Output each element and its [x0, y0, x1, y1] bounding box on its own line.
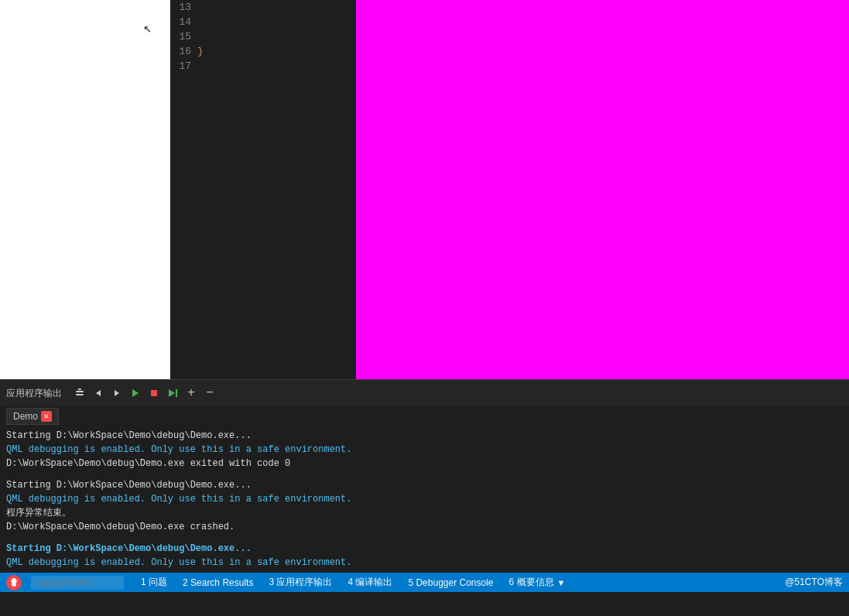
debug-run-icon[interactable]: [166, 386, 180, 400]
status-tab-summary[interactable]: 6 概要信息 ▼: [502, 573, 573, 592]
svg-marker-7: [169, 389, 175, 397]
main-area: ↖ 13 14 15 16 17 }: [0, 0, 849, 379]
minus-icon[interactable]: −: [203, 386, 217, 400]
status-brand: @51CTO博客: [785, 576, 843, 589]
bottom-panel: 应用程序输出: [0, 379, 849, 573]
console-line-2: QML debugging is enabled. Only use this …: [6, 443, 843, 457]
panel-toolbar: 应用程序输出: [0, 379, 849, 406]
console-line-3: D:\WorkSpace\Demo\debug\Demo.exe exited …: [6, 457, 843, 471]
svg-rect-6: [151, 390, 157, 396]
tab-debugger-console-label: 5 Debugger Console: [408, 577, 493, 588]
stop-icon[interactable]: [147, 386, 161, 400]
svg-rect-2: [76, 394, 84, 395]
panel-title: 应用程序输出: [6, 387, 62, 400]
console-line-9: QML debugging is enabled. Only use this …: [6, 556, 843, 570]
status-tab-problems[interactable]: 1 问题: [133, 573, 175, 592]
svg-rect-10: [13, 582, 15, 584]
demo-tab[interactable]: Demo ✕: [6, 408, 59, 425]
status-tabs: 1 问题 2 Search Results 3 应用程序输出 4 编译输出 5 …: [133, 573, 573, 592]
code-line-16: }: [197, 44, 356, 59]
console-line-7: D:\WorkSpace\Demo\debug\Demo.exe crashed…: [6, 520, 843, 534]
line-numbers: 13 14 15 16 17: [170, 0, 197, 379]
code-editor: 13 14 15 16 17 }: [170, 0, 356, 379]
status-bar: 1 问题 2 Search Results 3 应用程序输出 4 编译输出 5 …: [0, 573, 849, 592]
tab-close-button[interactable]: ✕: [41, 411, 52, 422]
console-line-5: QML debugging is enabled. Only use this …: [6, 492, 843, 506]
line-number-14: 14: [170, 15, 191, 29]
line-number-15: 15: [170, 29, 191, 44]
svg-rect-1: [78, 388, 81, 390]
console-line-1: Starting D:\WorkSpace\Demo\debug\Demo.ex…: [6, 429, 843, 443]
line-number-13: 13: [170, 0, 191, 15]
svg-marker-3: [96, 390, 101, 396]
status-tab-search-results[interactable]: 2 Search Results: [175, 573, 261, 592]
debug-icon[interactable]: [6, 575, 22, 590]
code-line-15: [197, 29, 356, 44]
status-tab-debugger-console[interactable]: 5 Debugger Console: [400, 573, 501, 592]
svg-marker-4: [115, 390, 119, 396]
console-line-8: Starting D:\WorkSpace\Demo\debug\Demo.ex…: [6, 542, 843, 556]
code-content: }: [197, 0, 356, 379]
console-empty-1: [6, 471, 843, 478]
attach-icon[interactable]: [73, 386, 87, 400]
code-line-14: [197, 15, 356, 29]
line-number-16: 16: [170, 44, 191, 59]
line-number-17: 17: [170, 59, 191, 74]
preview-area: [356, 0, 849, 379]
tab-problems-label: 1 问题: [141, 576, 167, 589]
status-tab-compile-output[interactable]: 4 编译输出: [340, 573, 400, 592]
status-left: 1 问题 2 Search Results 3 应用程序输出 4 编译输出 5 …: [6, 573, 573, 592]
console-output: Starting D:\WorkSpace\Demo\debug\Demo.ex…: [0, 426, 849, 573]
tab-summary-label: 6 概要信息: [509, 576, 554, 589]
tab-bar: Demo ✕: [0, 406, 849, 426]
console-empty-2: [6, 534, 843, 542]
console-line-4: Starting D:\WorkSpace\Demo\debug\Demo.ex…: [6, 478, 843, 492]
tab-compile-output-label: 4 编译输出: [347, 576, 392, 589]
run-icon[interactable]: [128, 386, 142, 400]
prev-icon[interactable]: [91, 386, 105, 400]
dropdown-icon: ▼: [557, 578, 566, 587]
tab-app-output-label: 3 应用程序输出: [269, 576, 332, 589]
plus-icon[interactable]: +: [184, 386, 198, 400]
console-line-6: 程序异常结束。: [6, 506, 843, 520]
svg-rect-0: [76, 391, 84, 392]
svg-marker-5: [132, 389, 139, 397]
svg-rect-8: [176, 389, 177, 397]
tab-search-results-label: 2 Search Results: [183, 577, 253, 588]
code-line-17: [197, 59, 356, 74]
code-line-13: [197, 0, 356, 15]
search-input[interactable]: [31, 576, 124, 590]
next-icon[interactable]: [110, 386, 124, 400]
tab-label: Demo: [13, 411, 38, 422]
left-panel: ↖: [0, 0, 170, 379]
status-tab-app-output[interactable]: 3 应用程序输出: [261, 573, 340, 592]
